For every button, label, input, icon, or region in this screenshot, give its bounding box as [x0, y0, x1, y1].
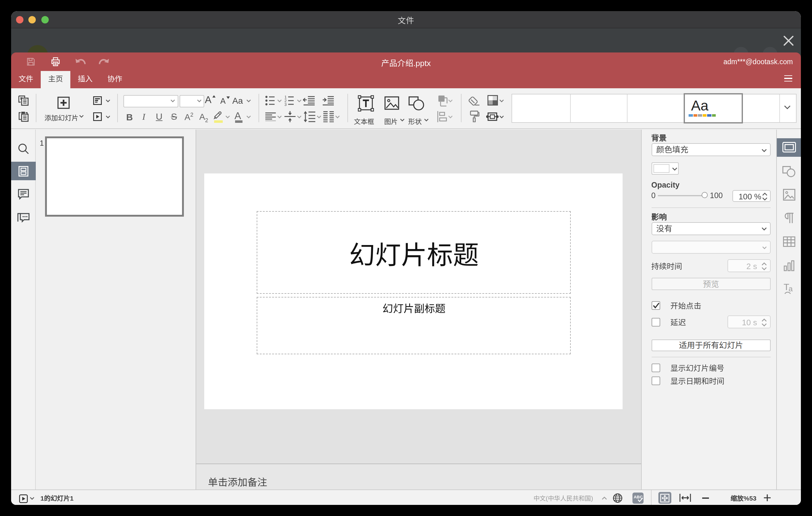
svg-text:a: a: [788, 284, 793, 292]
svg-text:3: 3: [285, 102, 287, 106]
svg-text:ABC: ABC: [634, 494, 643, 499]
